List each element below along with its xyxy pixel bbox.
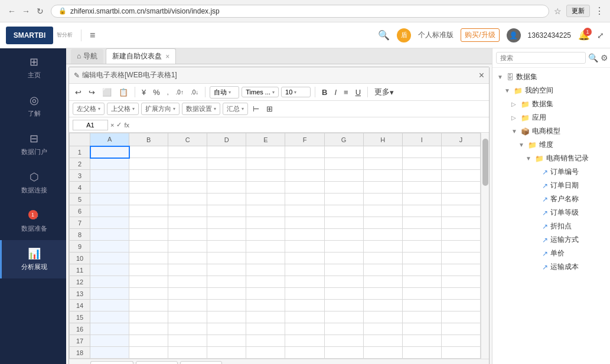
cell-F6[interactable] (285, 205, 324, 217)
vertical-scrollbar[interactable] (481, 133, 489, 359)
cell-C8[interactable] (168, 229, 207, 241)
dialog-close-button[interactable]: × (479, 70, 484, 81)
col-header-C[interactable]: C (168, 133, 207, 146)
cell-C1[interactable] (168, 146, 207, 158)
col-header-I[interactable]: I (402, 133, 441, 146)
formula-confirm-icon[interactable]: ✓ (116, 121, 122, 129)
back-button[interactable]: ← (6, 5, 18, 17)
cell-H15[interactable] (363, 311, 402, 323)
row-header-8[interactable]: 8 (70, 229, 90, 241)
panel-search-input[interactable] (496, 52, 586, 64)
cell-F7[interactable] (285, 217, 324, 229)
cell-H18[interactable] (363, 347, 402, 359)
tree-node-12[interactable]: ↗运输方式 (492, 233, 610, 247)
cell-G9[interactable] (324, 241, 363, 252)
tab-active[interactable]: 新建自助仪表盘 × (106, 48, 176, 64)
tree-node-14[interactable]: ↗运输成本 (492, 260, 610, 274)
grid-container[interactable]: A B C D E F G H I J (69, 133, 481, 359)
row-header-14[interactable]: 14 (70, 300, 90, 311)
cell-G14[interactable] (324, 300, 363, 311)
cell-E14[interactable] (246, 300, 285, 311)
cell-B14[interactable] (129, 300, 168, 311)
cell-I16[interactable] (402, 323, 441, 335)
cell-C14[interactable] (168, 300, 207, 311)
cell-B15[interactable] (129, 311, 168, 323)
cell-H17[interactable] (363, 335, 402, 347)
cell-D17[interactable] (207, 335, 246, 347)
cell-B1[interactable] (129, 146, 168, 158)
cell-C9[interactable] (168, 241, 207, 252)
cell-I1[interactable] (402, 146, 441, 158)
cell-E17[interactable] (246, 335, 285, 347)
cell-A10[interactable] (90, 252, 129, 264)
cell-B4[interactable] (129, 182, 168, 194)
cell-E2[interactable] (246, 158, 285, 170)
cell-G5[interactable] (324, 194, 363, 205)
undo-button[interactable]: ↩ (73, 87, 84, 98)
tree-node-13[interactable]: ↗单价 (492, 247, 610, 260)
cell-D16[interactable] (207, 323, 246, 335)
cell-D15[interactable] (207, 311, 246, 323)
cell-A13[interactable] (90, 288, 129, 300)
cell-E1[interactable] (246, 146, 285, 158)
cell-G6[interactable] (324, 205, 363, 217)
cell-G10[interactable] (324, 252, 363, 264)
buy-upgrade-button[interactable]: 购买/升级 (461, 28, 499, 42)
formula-cancel-icon[interactable]: × (110, 122, 114, 129)
add-sheet-button[interactable]: + (73, 362, 78, 365)
cell-F14[interactable] (285, 300, 324, 311)
cell-A3[interactable] (90, 170, 129, 182)
cell-F2[interactable] (285, 158, 324, 170)
cell-H13[interactable] (363, 288, 402, 300)
col-header-D[interactable]: D (207, 133, 246, 146)
cell-F15[interactable] (285, 311, 324, 323)
address-bar[interactable]: 🔒 zhifenxi.smartbi.com.cn/smartbi/vision… (51, 5, 549, 18)
cell-E5[interactable] (246, 194, 285, 205)
row-header-6[interactable]: 6 (70, 205, 90, 217)
cell-J12[interactable] (441, 276, 480, 288)
cell-H4[interactable] (363, 182, 402, 194)
decimal-inc-button[interactable]: .0↑ (174, 88, 186, 97)
decimal-dec-button[interactable]: .0↓ (188, 88, 201, 97)
cell-C6[interactable] (168, 205, 207, 217)
col-header-E[interactable]: E (246, 133, 285, 146)
cell-E8[interactable] (246, 229, 285, 241)
cell-G13[interactable] (324, 288, 363, 300)
cell-D6[interactable] (207, 205, 246, 217)
row-header-7[interactable]: 7 (70, 217, 90, 229)
cell-G2[interactable] (324, 158, 363, 170)
row-header-16[interactable]: 16 (70, 323, 90, 335)
cell-E11[interactable] (246, 264, 285, 276)
bookmark-button[interactable]: ☆ (554, 6, 562, 16)
cell-E4[interactable] (246, 182, 285, 194)
cell-H2[interactable] (363, 158, 402, 170)
cell-I5[interactable] (402, 194, 441, 205)
cell-D12[interactable] (207, 276, 246, 288)
browser-menu-button[interactable]: ⋮ (595, 5, 604, 17)
sheet-prev-button[interactable]: ◀ (224, 362, 234, 365)
cell-C12[interactable] (168, 276, 207, 288)
cell-J11[interactable] (441, 264, 480, 276)
cell-E9[interactable] (246, 241, 285, 252)
cell-F4[interactable] (285, 182, 324, 194)
cell-H9[interactable] (363, 241, 402, 252)
more-button[interactable]: 更多 ▾ (372, 86, 396, 99)
tree-node-7[interactable]: ↗订单编号 (492, 165, 610, 179)
cell-E16[interactable] (246, 323, 285, 335)
col-header-H[interactable]: H (363, 133, 402, 146)
cell-G11[interactable] (324, 264, 363, 276)
col-header-J[interactable]: J (441, 133, 480, 146)
table-icon-button[interactable]: ⊞ (264, 103, 275, 114)
row-header-9[interactable]: 9 (70, 241, 90, 252)
row-header-17[interactable]: 17 (70, 335, 90, 347)
copy-format-button[interactable]: ⬜ (100, 87, 114, 98)
cell-B11[interactable] (129, 264, 168, 276)
cell-J6[interactable] (441, 205, 480, 217)
cell-F16[interactable] (285, 323, 324, 335)
cell-I13[interactable] (402, 288, 441, 300)
cell-F12[interactable] (285, 276, 324, 288)
cell-J2[interactable] (441, 158, 480, 170)
cell-C4[interactable] (168, 182, 207, 194)
col-header-F[interactable]: F (285, 133, 324, 146)
sidebar-item-understand[interactable]: ◎ 了解 (0, 87, 66, 125)
